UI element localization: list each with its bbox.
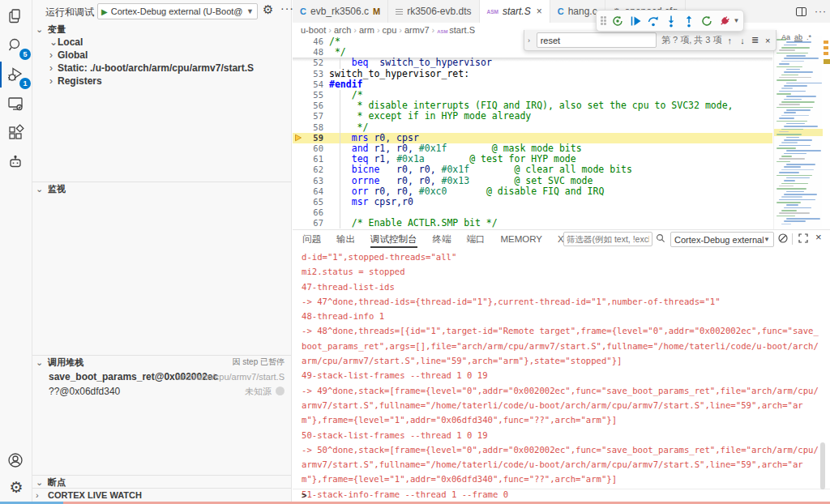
panel-tab-调试控制台[interactable]: 调试控制台 [370, 231, 417, 248]
variables-scope-local[interactable]: ⌄Local [32, 36, 291, 49]
code-line-53[interactable]: 53switch_to_hypervisor_ret: [293, 69, 772, 79]
line-number[interactable]: 60 [299, 143, 323, 154]
code-line-59[interactable]: 59 mrs r0, cpsr [293, 133, 772, 143]
panel-tab-MEMORY[interactable]: MEMORY [501, 231, 543, 248]
editor-more-actions[interactable]: ··· [815, 6, 827, 17]
split-editor-icon[interactable] [796, 7, 806, 16]
variables-scope-global[interactable]: ›Global [32, 49, 291, 62]
regex-toggle[interactable]: .* [806, 33, 812, 41]
code-line-61[interactable]: 61 teq r1, #0x1a @ test for HYP mode [293, 154, 772, 164]
panel-tab-问题[interactable]: 问题 [302, 231, 321, 248]
variables-scope-static[interactable]: ›Static: ./u-boot/arch/arm/cpu/armv7/sta… [32, 62, 291, 75]
editor-tab-evb_rk3506.c[interactable]: Cevb_rk3506.cM [293, 0, 388, 23]
line-number[interactable]: 54 [299, 79, 323, 90]
line-number[interactable]: 62 [299, 164, 323, 175]
line-number[interactable]: 64 [299, 186, 323, 197]
debug-console-input[interactable]: > [293, 489, 830, 502]
explorer-icon[interactable] [6, 6, 27, 28]
debug-session-dropdown[interactable]: Cortex-Debug external ▼ [670, 232, 774, 247]
variables-section-header[interactable]: ⌄ 变量 [32, 23, 291, 36]
code-line-65[interactable]: 65 msr cpsr,r0 [293, 197, 772, 207]
code-line-58[interactable]: 58 */ [293, 122, 772, 133]
line-number[interactable]: 48 [299, 47, 323, 58]
code-line-67[interactable]: 67 /* Enable ACTLR.SMP bit */ [293, 218, 772, 229]
clear-console-icon[interactable] [777, 233, 789, 246]
reset-device-button[interactable] [610, 12, 626, 29]
line-number[interactable]: 57 [299, 111, 323, 122]
maximize-panel-icon[interactable] [798, 233, 809, 246]
line-number[interactable]: 63 [299, 176, 323, 186]
panel-tab-端口[interactable]: 端口 [467, 231, 486, 248]
search-icon[interactable]: 5 [6, 36, 27, 57]
disconnect-button[interactable] [717, 12, 733, 29]
watch-section-header[interactable]: ⌄ 监视 [32, 182, 291, 194]
find-input-box[interactable] [537, 32, 657, 48]
editor-tab-rk3506-evb.dts[interactable]: rk3506-evb.dts [388, 0, 479, 23]
editor-tab-start.S[interactable]: ASMstart.S× [480, 0, 550, 23]
match-case-toggle[interactable]: Aa [781, 33, 791, 41]
find-previous-icon[interactable]: ↑ [725, 36, 735, 45]
breadcrumb-item-u-boot[interactable]: u-boot [301, 25, 326, 35]
chat-robot-icon[interactable] [6, 152, 27, 173]
launch-config-dropdown[interactable]: ▶ Cortex-Debug external (U-Boot@127.0...… [97, 3, 258, 19]
console-filter-input[interactable] [567, 233, 649, 246]
code-line-57[interactable]: 57 * except if in HYP mode already [293, 111, 772, 122]
code-line-64[interactable]: 64 orr r0, r0, #0xc0 @ disable FIQ and I… [293, 186, 772, 197]
find-close-icon[interactable]: × [763, 36, 772, 45]
console-filter-box[interactable] [563, 232, 652, 246]
breadcrumb-item-cpu[interactable]: cpu [383, 25, 397, 35]
callstack-section-header[interactable]: ⌄ 调用堆栈 因 step 已暂停 [32, 355, 291, 368]
minimap[interactable] [773, 36, 822, 229]
run-and-debug-icon[interactable]: 1 [6, 65, 27, 86]
restart-button[interactable] [700, 12, 715, 29]
extensions-icon[interactable] [6, 123, 27, 144]
line-number[interactable]: 55 [299, 90, 323, 100]
line-number[interactable]: 56 [299, 100, 323, 111]
debug-settings-gear-icon[interactable]: ⚙ [263, 2, 273, 17]
code-line-56[interactable]: 56 * disable interrupts (FIQ and IRQ), a… [293, 100, 772, 111]
line-number[interactable]: 53 [299, 69, 323, 79]
line-number[interactable]: 67 [299, 218, 323, 229]
step-over-button[interactable] [646, 12, 661, 29]
cortex-live-watch-section-header[interactable]: › CORTEX LIVE WATCH [32, 488, 291, 501]
accounts-icon[interactable] [6, 451, 27, 472]
breakpoints-section-header[interactable]: ⌄ 断点 [32, 475, 291, 488]
remote-explorer-icon[interactable] [6, 94, 27, 115]
step-out-button[interactable] [682, 12, 697, 29]
find-in-selection-icon[interactable]: ≣ [751, 35, 760, 45]
line-number[interactable]: 59 [299, 133, 323, 143]
panel-tab-终端[interactable]: 终端 [433, 231, 451, 248]
close-panel-icon[interactable]: × [815, 231, 822, 243]
code-line-62[interactable]: 62 bicne r0, r0, #0x1f @ clear all mode … [293, 164, 772, 175]
code-editor[interactable]: 46/*48 */52 beq switch_to_hypervisor53sw… [293, 36, 830, 229]
find-expand-chevron-icon[interactable]: › [528, 36, 533, 45]
continue-button[interactable] [628, 12, 644, 29]
console-scrollbar[interactable] [820, 442, 825, 489]
settings-gear-icon[interactable]: ⚙ [6, 478, 27, 499]
chevron-right-icon: › [49, 49, 58, 62]
breadcrumb-item-arch[interactable]: arch [334, 25, 351, 35]
variables-scope-registers[interactable]: ›Registers [32, 75, 291, 88]
whole-word-toggle[interactable]: ab [794, 33, 803, 41]
find-input[interactable] [541, 33, 618, 47]
line-number[interactable]: 65 [299, 197, 323, 207]
breadcrumb-item-arm[interactable]: arm [359, 25, 374, 35]
callstack-frame[interactable]: ??@0x06dfd340未知源 [32, 384, 291, 399]
chevron-down-icon[interactable]: ▼ [734, 17, 740, 24]
start-debug-icon[interactable]: ▶ [101, 7, 108, 16]
callstack-frame[interactable]: save_boot_params_ret@0x002002ecarch/arm/… [32, 369, 291, 384]
breadcrumb-item-armv7[interactable]: armv7 [404, 25, 430, 35]
line-number[interactable]: 66 [299, 207, 323, 218]
line-number[interactable]: 58 [299, 122, 323, 133]
line-number[interactable]: 46 [299, 36, 323, 47]
code-line-66[interactable]: 66 [293, 207, 772, 218]
line-number[interactable]: 61 [299, 154, 323, 164]
close-tab-icon[interactable]: × [537, 6, 542, 17]
breadcrumb-item-start.S[interactable]: ASM start.S [437, 25, 475, 35]
find-next-icon[interactable]: ↓ [738, 36, 747, 45]
drag-handle[interactable] [601, 16, 606, 25]
step-into-button[interactable] [664, 12, 679, 29]
panel-tab-输出[interactable]: 输出 [336, 231, 355, 248]
code-line-63[interactable]: 63 orrne r0, r0, #0x13 @ set SVC mode [293, 176, 772, 186]
code-line-54[interactable]: 54#endif [293, 79, 772, 90]
